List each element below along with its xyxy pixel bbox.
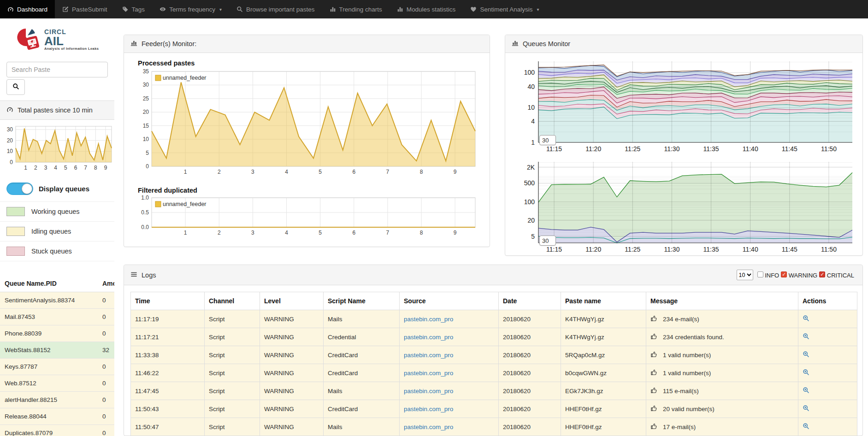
display-queues-toggle[interactable] [6, 183, 33, 195]
log-row: 11:46:22ScriptWARNINGCreditCardpastebin.… [131, 364, 857, 382]
source-link[interactable]: pastebin.com_pro [404, 370, 453, 377]
search-plus-icon [803, 334, 809, 341]
logs-col-level: Level [260, 292, 324, 310]
nav-item-terms-frequency[interactable]: Terms frequency▾ [152, 0, 229, 18]
log-date: 20180620 [499, 310, 561, 328]
logs-col-actions: Actions [798, 292, 857, 310]
log-message: 1 valid number(s) [646, 346, 798, 364]
svg-text:30: 30 [143, 82, 149, 88]
info-checkbox[interactable] [757, 271, 763, 277]
thumbs-up-icon [650, 423, 657, 431]
log-message: 115 e-mail(s) [646, 382, 798, 400]
svg-text:11:50: 11:50 [821, 145, 837, 153]
svg-text:40: 40 [527, 83, 535, 90]
queue-name: Release.88044 [0, 408, 98, 425]
stuck-swatch [6, 247, 25, 256]
nav-item-label: Dashboard [17, 6, 47, 13]
roll-period-input-bottom[interactable] [539, 236, 556, 246]
queues-monitor-bottom-chart[interactable]: 5201005002K11:1511:2011:2511:3011:3511:4… [509, 158, 862, 256]
nav-item-modules-statistics[interactable]: Modules statistics [390, 0, 463, 18]
show-paste-button[interactable] [803, 424, 809, 431]
logo-text: CIRCL AIL Analysis of Information Leaks [44, 28, 99, 51]
nav-item-trending-charts[interactable]: Trending charts [322, 0, 390, 18]
log-level: WARNING [260, 346, 324, 364]
info-filter-label: INFO [763, 272, 779, 279]
source-link[interactable]: pastebin.com_pro [404, 424, 453, 430]
log-row: 11:50:43ScriptWARNINGCreditCardpastebin.… [131, 400, 857, 418]
svg-text:7: 7 [386, 230, 390, 236]
show-paste-button[interactable] [803, 352, 809, 359]
nav-item-tags[interactable]: Tags [115, 0, 153, 18]
log-source: pastebin.com_pro [400, 418, 499, 436]
search-plus-icon [803, 352, 809, 359]
log-actions [798, 328, 857, 346]
queue-amount: 0 [98, 325, 114, 342]
nav-item-browse-important-pastes[interactable]: Browse important pastes [229, 0, 322, 18]
svg-text:1: 1 [531, 139, 535, 146]
queues-monitor-top-chart[interactable]: 14104010011:1511:2011:2511:3011:3511:401… [509, 58, 862, 157]
show-paste-button[interactable] [803, 316, 809, 323]
warning-filter-label: WARNING [787, 272, 817, 279]
source-link[interactable]: pastebin.com_pro [404, 406, 453, 412]
nav-item-label: Terms frequency [169, 6, 215, 13]
critical-filter-label: CRITICAL [825, 272, 854, 279]
paste-icon [62, 6, 69, 12]
logs-level-filters: INFO WARNING CRITICAL [757, 271, 856, 279]
queue-table: Queue Name.PID Amount SentimentAnalysis.… [0, 275, 114, 436]
logo-product: AIL [44, 35, 99, 47]
thumbs-up-icon [650, 387, 657, 395]
source-link[interactable]: pastebin.com_pro [404, 334, 453, 341]
log-script: CreditCard [324, 400, 400, 418]
nav-item-pastesubmit[interactable]: PasteSubmit [55, 0, 115, 18]
critical-checkbox[interactable] [819, 271, 825, 277]
source-link[interactable]: pastebin.com_pro [404, 316, 453, 323]
search-paste-button[interactable] [6, 79, 25, 95]
filtered-duplicated-title: Filtered duplicated [138, 187, 490, 194]
log-channel: Script [205, 418, 260, 436]
search-paste-input[interactable] [6, 62, 108, 77]
log-channel: Script [205, 310, 260, 328]
log-level: WARNING [260, 328, 324, 346]
source-link[interactable]: pastebin.com_pro [404, 388, 453, 395]
log-actions [798, 310, 857, 328]
top-navbar: DashboardPasteSubmitTagsTerms frequency▾… [0, 0, 868, 18]
log-script: CreditCard [324, 364, 400, 382]
log-paste-name: EGk7JK3h.gz [561, 382, 646, 400]
thumbs-up-icon [650, 369, 657, 377]
queue-amount: 32 [98, 342, 114, 359]
show-paste-button[interactable] [803, 406, 809, 413]
log-level: WARNING [260, 418, 324, 436]
legend-idling-queues: Idling queues [0, 221, 114, 241]
total-pastes-header: Total pastes since 10 min [0, 100, 114, 120]
warning-checkbox[interactable] [781, 271, 787, 277]
svg-text:2: 2 [218, 169, 221, 175]
source-link[interactable]: pastebin.com_pro [404, 352, 453, 359]
log-paste-name: K4THWgYj.gz [561, 328, 646, 346]
nav-item-label: Sentiment Analysis [480, 6, 532, 13]
logs-page-size-select[interactable]: 10 [737, 270, 753, 280]
svg-text:11:20: 11:20 [585, 246, 601, 253]
roll-period-input-top[interactable] [539, 135, 556, 145]
legend-working-queues: Working queues [0, 201, 114, 221]
nav-item-label: PasteSubmit [72, 6, 107, 13]
svg-text:1: 1 [184, 169, 187, 175]
log-script: Mails [324, 310, 400, 328]
nav-item-dashboard[interactable]: Dashboard [0, 0, 55, 18]
processed-pastes-chart[interactable]: 05101520253035123456789unnamed_feeder [130, 67, 490, 180]
show-paste-button[interactable] [803, 334, 809, 341]
queue-amount: 0 [98, 292, 114, 309]
show-paste-button[interactable] [803, 370, 809, 377]
log-level: WARNING [260, 382, 324, 400]
queue-row: SentimentAnalysis.883740 [0, 292, 114, 309]
log-actions [798, 418, 857, 436]
svg-text:11:30: 11:30 [664, 145, 679, 153]
queue-amount: 0 [98, 359, 114, 375]
svg-text:20: 20 [527, 217, 535, 224]
show-paste-button[interactable] [803, 388, 809, 395]
filtered-duplicated-chart[interactable]: 0.00.51.0123456789unnamed_feeder [130, 194, 490, 241]
idling-swatch [6, 227, 25, 236]
nav-item-sentiment-analysis[interactable]: Sentiment Analysis▾ [463, 0, 546, 18]
svg-text:10: 10 [143, 136, 149, 142]
logs-col-script-name: Script Name [324, 292, 400, 310]
log-message: 20 valid number(s) [646, 400, 798, 418]
